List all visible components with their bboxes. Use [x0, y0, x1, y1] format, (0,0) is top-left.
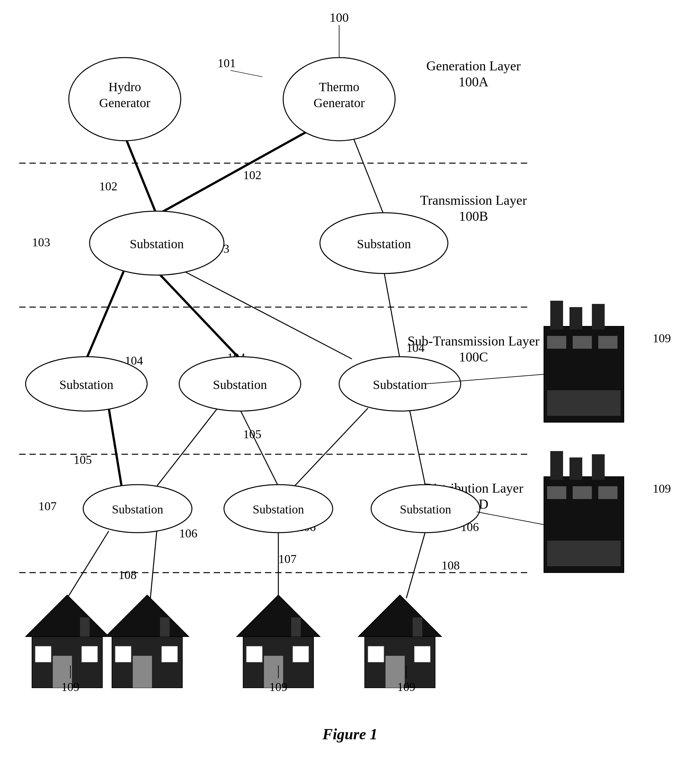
svg-rect-74: [598, 486, 617, 499]
transmission-layer-id: 100B: [459, 209, 488, 223]
svg-line-7: [352, 134, 384, 215]
svg-marker-45: [237, 595, 320, 637]
svg-line-16: [294, 408, 368, 486]
generation-layer-label: Generation Layer: [426, 59, 520, 73]
ref-100: 100: [330, 10, 349, 25]
svg-line-21: [406, 531, 425, 598]
subtransmission-layer-label: Sub-Transmission Layer: [408, 334, 540, 348]
ref-103a: 103: [32, 236, 50, 249]
svg-rect-73: [573, 486, 592, 499]
svg-rect-53: [368, 646, 384, 662]
svg-rect-62: [592, 304, 605, 329]
svg-rect-61: [569, 307, 582, 329]
svg-line-11: [384, 271, 400, 359]
diagram-container: Generation Layer 100A Transmission Layer…: [0, 0, 700, 762]
svg-line-14: [157, 408, 217, 486]
transmission-layer-label: Transmission Layer: [420, 193, 527, 208]
svg-line-6: [157, 128, 314, 215]
substation-l3-right-label: Substation: [373, 378, 427, 392]
ref-101: 101: [217, 56, 236, 70]
ref-109c: 109: [397, 680, 416, 693]
substation-l4-left-label: Substation: [112, 503, 163, 516]
svg-line-19: [150, 531, 157, 598]
svg-marker-39: [106, 595, 189, 637]
figure-caption: Figure 1: [322, 725, 378, 743]
svg-rect-54: [414, 646, 430, 662]
ref-109e: 109: [653, 482, 671, 495]
ref-107a: 107: [38, 500, 56, 513]
subtransmission-layer-id: 100C: [459, 350, 488, 364]
svg-rect-75: [547, 540, 621, 566]
hydro-generator-label2: Generator: [99, 96, 150, 110]
ref-109b: 109: [269, 680, 288, 693]
svg-rect-64: [573, 336, 592, 349]
generation-layer-id: 100A: [458, 75, 489, 89]
svg-rect-40: [133, 656, 152, 688]
thermo-generator-label2: Generator: [314, 96, 365, 110]
svg-rect-66: [547, 390, 621, 416]
ref-106a: 106: [179, 526, 197, 540]
svg-marker-33: [26, 595, 109, 637]
thermo-generator-label1: Thermo: [319, 80, 359, 94]
substation-l4-right-label: Substation: [400, 503, 451, 516]
svg-rect-65: [598, 336, 617, 349]
ref-102b: 102: [243, 168, 261, 182]
svg-rect-60: [550, 301, 563, 329]
ref-107b: 107: [278, 552, 297, 565]
svg-rect-42: [162, 646, 178, 662]
ref-109a: 109: [61, 680, 80, 693]
svg-rect-49: [291, 617, 301, 637]
ref-104c: 104: [406, 341, 425, 354]
svg-line-5: [125, 136, 157, 215]
industrial-lower: [544, 451, 624, 573]
svg-rect-48: [293, 646, 309, 662]
ref-102a: 102: [99, 180, 117, 193]
svg-rect-36: [81, 646, 98, 662]
hydro-generator-label1: Hydro: [108, 80, 141, 94]
svg-rect-47: [246, 646, 262, 662]
svg-rect-35: [35, 646, 51, 662]
svg-line-13: [109, 408, 122, 486]
ref-109d: 109: [653, 331, 671, 345]
ref-105a: 105: [73, 453, 92, 467]
house-2: [106, 595, 189, 688]
ref-108a: 108: [119, 568, 137, 582]
svg-rect-41: [115, 646, 131, 662]
svg-line-8: [230, 70, 262, 77]
svg-line-9: [86, 269, 125, 359]
substation-l3-left-label: Substation: [59, 378, 114, 392]
substation-l3-mid-label: Substation: [213, 378, 267, 392]
svg-rect-63: [547, 336, 566, 349]
substation-l4-mid-label: Substation: [253, 503, 304, 516]
svg-rect-70: [569, 458, 582, 480]
substation-l2-left-label: Substation: [130, 237, 184, 251]
svg-line-10: [157, 271, 240, 359]
substation-l2-right-label: Substation: [357, 237, 411, 251]
svg-rect-55: [413, 617, 422, 637]
svg-rect-37: [80, 617, 89, 637]
svg-line-76: [477, 512, 544, 525]
house-4: [358, 595, 442, 688]
house-1: [26, 595, 109, 688]
svg-marker-51: [358, 595, 442, 637]
ref-108b: 108: [442, 559, 460, 572]
svg-rect-69: [550, 451, 563, 480]
svg-rect-43: [160, 617, 170, 637]
svg-rect-71: [592, 454, 605, 480]
svg-line-15: [240, 409, 278, 486]
svg-line-17: [409, 409, 425, 486]
svg-line-18: [67, 531, 109, 598]
svg-rect-72: [547, 486, 566, 499]
svg-line-12: [179, 269, 352, 359]
ref-105b: 105: [243, 427, 261, 441]
industrial-upper: [544, 301, 624, 422]
